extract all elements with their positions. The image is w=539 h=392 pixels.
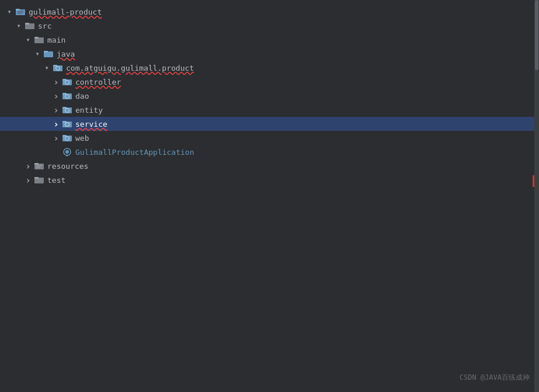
svg-rect-12 <box>53 65 57 67</box>
root-label: gulimall-product <box>29 8 102 16</box>
svg-rect-8 <box>34 37 39 39</box>
svg-rect-18 <box>62 93 67 95</box>
folder-icon-resources <box>34 161 44 171</box>
resources-label: resources <box>47 162 88 171</box>
svg-rect-10 <box>44 51 48 53</box>
tree-item-application-class[interactable]: GulimallProductApplication <box>0 145 539 159</box>
chevron-web <box>51 133 61 143</box>
chevron-src <box>14 21 23 30</box>
scrollbar-thumb[interactable] <box>535 0 538 70</box>
src-label: src <box>38 22 51 30</box>
tree-item-web[interactable]: web <box>0 131 539 145</box>
folder-icon-src <box>25 21 35 30</box>
tree-item-controller[interactable]: controller <box>0 75 539 89</box>
tree-item-java[interactable]: java <box>0 47 539 61</box>
tree-item-service[interactable]: service <box>0 117 539 131</box>
chevron-resources <box>23 161 33 171</box>
web-label: web <box>75 134 89 143</box>
scrollbar[interactable] <box>534 0 539 392</box>
tree-item-src[interactable]: src <box>0 19 539 33</box>
chevron-service <box>51 119 61 129</box>
folder-icon-package <box>53 63 63 72</box>
folder-icon-controller <box>62 77 72 86</box>
tree-item-entity[interactable]: entity <box>0 103 539 117</box>
service-label: service <box>75 120 107 129</box>
folder-icon-web <box>62 133 72 143</box>
scroll-indicator <box>533 175 534 187</box>
watermark: CSDN @JAVA百练成神 <box>460 373 530 383</box>
chevron-root <box>5 7 14 16</box>
svg-rect-15 <box>62 79 67 81</box>
folder-icon-java <box>43 49 54 58</box>
svg-rect-27 <box>62 135 67 137</box>
svg-rect-6 <box>25 23 29 25</box>
tree-item-resources[interactable]: resources <box>0 159 539 173</box>
svg-rect-33 <box>34 163 39 165</box>
folder-icon-main <box>34 35 44 44</box>
chevron-app-class <box>51 147 61 157</box>
main-label: main <box>47 36 65 44</box>
tree-item-dao[interactable]: dao <box>0 89 539 103</box>
chevron-dao <box>51 91 61 100</box>
controller-label: controller <box>75 78 121 86</box>
root-folder-icon <box>15 7 26 16</box>
chevron-entity <box>51 105 61 115</box>
application-class-label: GulimallProductApplication <box>75 148 194 157</box>
svg-rect-24 <box>62 121 67 123</box>
tree-item-root[interactable]: gulimall-product <box>0 5 539 19</box>
folder-icon-test <box>34 175 44 185</box>
entity-label: entity <box>75 106 103 115</box>
svg-rect-21 <box>62 107 67 109</box>
chevron-test <box>23 175 33 185</box>
file-tree[interactable]: gulimall-product src main <box>0 0 539 392</box>
chevron-package <box>42 63 51 72</box>
test-label: test <box>47 176 65 185</box>
tree-item-test[interactable]: test <box>0 173 539 187</box>
chevron-controller <box>51 77 61 86</box>
folder-icon-dao <box>62 91 72 100</box>
dao-label: dao <box>75 92 89 100</box>
chevron-java <box>33 49 42 58</box>
folder-icon-service <box>62 119 72 129</box>
chevron-main <box>23 35 33 44</box>
folder-icon-entity <box>62 105 72 115</box>
tree-item-main[interactable]: main <box>0 33 539 47</box>
svg-rect-38 <box>34 177 39 179</box>
class-icon-application <box>62 147 72 157</box>
svg-rect-1 <box>16 9 20 11</box>
package-label: com.atguigu.gulimall.product <box>66 64 194 72</box>
svg-point-30 <box>65 150 69 154</box>
java-label: java <box>57 50 75 58</box>
svg-point-31 <box>67 155 68 157</box>
tree-item-package[interactable]: com.atguigu.gulimall.product <box>0 61 539 75</box>
